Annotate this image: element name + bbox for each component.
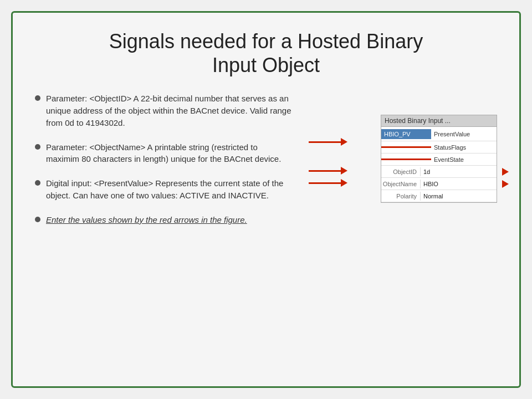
right-arrow-objectname — [502, 180, 509, 188]
property-key-objectname: ObjectName — [381, 181, 420, 187]
instruction-text: Enter the values shown by the red arrows… — [46, 214, 292, 226]
signal-label-presentvalue: PresentValue — [431, 129, 497, 139]
diagram-area: Hosted Binary Input ... HBIO_PV PresentV… — [309, 115, 497, 281]
slide-container: Signals needed for a Hosted Binary Input… — [11, 11, 521, 388]
content-right: Hosted Binary Input ... HBIO_PV PresentV… — [309, 93, 497, 370]
bullet-text: Digital input: <PresentValue> Represents… — [46, 177, 292, 202]
slide-title: Signals needed for a Hosted Binary Input… — [35, 29, 497, 77]
property-key-polarity: Polarity — [381, 193, 420, 200]
arrow-head — [341, 167, 347, 175]
bullet-dot — [35, 217, 40, 222]
signal-row-presentvalue: HBIO_PV PresentValue — [381, 127, 497, 141]
list-item: Digital input: <PresentValue> Represents… — [35, 177, 292, 202]
signal-row-eventstate: EventState — [381, 154, 497, 166]
property-row-polarity: Polarity Normal — [381, 190, 497, 202]
bullet-dot — [35, 95, 40, 101]
left-arrow-eventstate — [309, 179, 347, 187]
arrow-line — [309, 170, 341, 172]
right-arrow-objectid — [502, 168, 509, 176]
arrow-line — [309, 182, 341, 184]
property-row-objectname: ObjectName HBIO — [381, 178, 497, 190]
bullet-dot — [35, 180, 40, 186]
bacnet-box-title: Hosted Binary Input ... — [381, 115, 497, 127]
property-val-objectid: 1d — [420, 167, 497, 176]
arrow-head — [341, 138, 347, 146]
bacnet-object-box: Hosted Binary Input ... HBIO_PV PresentV… — [381, 115, 497, 203]
arrow-line — [309, 141, 341, 143]
list-item: Enter the values shown by the red arrows… — [35, 214, 292, 226]
list-item: Parameter: <ObjectID> A 22-bit decimal n… — [35, 93, 292, 129]
bullet-text: Parameter: <ObjectName> A printable stri… — [46, 141, 292, 166]
property-key-objectid: ObjectID — [381, 168, 420, 175]
bullet-dot — [35, 144, 40, 150]
title-line2: Input Object — [212, 54, 320, 76]
property-val-objectname: HBIO — [420, 180, 497, 188]
list-item: Parameter: <ObjectName> A printable stri… — [35, 141, 292, 166]
slide-body: Parameter: <ObjectID> A 22-bit decimal n… — [35, 93, 497, 370]
property-row-objectid: ObjectID 1d — [381, 166, 497, 178]
title-line1: Signals needed for a Hosted Binary — [109, 30, 423, 53]
signal-row-statusflags: StatusFlags — [381, 141, 497, 154]
arrow-head — [341, 179, 347, 187]
content-left: Parameter: <ObjectID> A 22-bit decimal n… — [35, 93, 298, 370]
property-val-polarity: Normal — [420, 192, 497, 201]
bullet-list: Parameter: <ObjectID> A 22-bit decimal n… — [35, 93, 292, 226]
signal-name-hbio-pv: HBIO_PV — [381, 129, 431, 139]
signal-label-eventstate: EventState — [431, 155, 497, 165]
left-arrow-statusflags — [309, 167, 347, 175]
bullet-text: Parameter: <ObjectID> A 22-bit decimal n… — [46, 93, 292, 129]
left-arrow-presentvalue — [309, 138, 347, 146]
signal-label-statusflags: StatusFlags — [431, 142, 497, 152]
